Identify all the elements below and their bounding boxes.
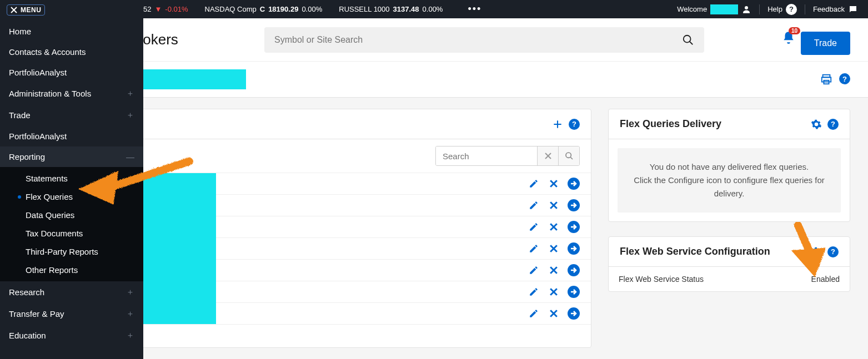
edit-button[interactable] (528, 307, 540, 320)
pencil-icon (529, 244, 539, 254)
search-icon[interactable] (682, 34, 694, 46)
nav-label: Home (9, 27, 31, 36)
trade-button[interactable]: Trade (801, 32, 850, 55)
ticker-value: 3137.48 (393, 5, 419, 13)
nav-sub-label: Data Queries (26, 210, 74, 220)
pencil-icon (529, 222, 539, 232)
query-list (83, 173, 591, 325)
ticker-value: 18190.29 (268, 5, 298, 13)
nav-trade[interactable]: Trade＋ (0, 104, 143, 126)
user-icon (741, 4, 751, 14)
nav-research[interactable]: Research＋ (0, 281, 143, 303)
fws-status-row: Flex Web Service Status Enabled (609, 267, 850, 291)
nav-label: PortfolioAnalyst (9, 68, 67, 77)
run-button[interactable] (568, 307, 580, 320)
run-button[interactable] (568, 178, 580, 190)
arrow-right-icon (570, 310, 577, 317)
delete-button[interactable] (548, 264, 560, 276)
nav-transfer-pay[interactable]: Transfer & Pay＋ (0, 303, 143, 325)
ticker-item-nasdaq[interactable]: NASDAQ Comp C 18190.29 0.00% (205, 5, 323, 13)
search-icon (565, 151, 574, 160)
nav-education[interactable]: Education＋ (0, 325, 143, 346)
help-icon[interactable]: ? (827, 119, 839, 130)
gear-icon[interactable] (811, 246, 822, 257)
gear-icon[interactable] (811, 119, 822, 130)
delivery-msg-2: Click the Configure icon to configure fl… (632, 174, 826, 200)
ticker-item-russell[interactable]: RUSSELL 1000 3137.48 0.00% (339, 5, 443, 13)
ticker-status: C (260, 5, 265, 13)
help-icon[interactable]: ? (827, 246, 839, 257)
delete-button[interactable] (548, 199, 560, 211)
delivery-msg-1: You do not have any delivered flex queri… (632, 160, 826, 174)
edit-button[interactable] (528, 264, 540, 276)
nav-sub-label: Tax Documents (26, 229, 83, 238)
reporting-submenu: Statements Flex Queries Data Queries Tax… (0, 167, 143, 281)
nav-sub-tax-documents[interactable]: Tax Documents (0, 224, 143, 242)
print-icon[interactable] (820, 73, 832, 85)
run-button[interactable] (568, 221, 580, 233)
delete-button[interactable] (548, 286, 560, 298)
close-icon (550, 223, 558, 231)
site-search[interactable] (264, 27, 704, 53)
run-button[interactable] (568, 286, 580, 298)
nav-administration-tools[interactable]: Administration & Tools＋ (0, 83, 143, 104)
down-arrow-icon: ▼ (154, 5, 162, 13)
nav-sub-third-party-reports[interactable]: Third-Party Reports (0, 242, 143, 261)
ticker-more-icon[interactable]: ••• (468, 3, 481, 15)
nav-home[interactable]: Home (0, 21, 143, 42)
svg-line-4 (690, 41, 693, 44)
svg-point-0 (745, 6, 748, 9)
delete-button[interactable] (548, 307, 560, 320)
run-button[interactable] (568, 199, 580, 211)
delete-button[interactable] (548, 178, 560, 190)
nav-portfolioanalyst-2[interactable]: PortfolioAnalyst (0, 126, 143, 146)
panel-title: Flex Web Service Configuration (620, 246, 770, 257)
nav-sub-statements[interactable]: Statements (0, 169, 143, 188)
nav-label: Trade (9, 110, 31, 120)
help-icon: ? (786, 4, 797, 15)
close-icon (545, 153, 551, 159)
menu-close-button[interactable]: MENU (7, 4, 45, 16)
panel-header: Flex Web Service Configuration ? (609, 237, 850, 267)
help-icon[interactable]: ? (839, 73, 850, 84)
nav-reporting[interactable]: Reporting— (0, 146, 143, 167)
delete-button[interactable] (548, 221, 560, 233)
help-link[interactable]: Help ? (767, 4, 797, 15)
feedback-label: Feedback (813, 5, 845, 13)
edit-button[interactable] (528, 286, 540, 298)
welcome-user[interactable]: Welcome (677, 4, 751, 14)
expand-icon: ＋ (126, 309, 134, 319)
search-submit-button[interactable] (558, 146, 579, 165)
plus-icon (552, 119, 563, 130)
menu-label: MENU (21, 6, 41, 14)
clear-search-button[interactable] (537, 146, 558, 165)
fws-status-value: Enabled (811, 275, 840, 284)
help-label: Help (767, 5, 782, 13)
nav-sub-flex-queries[interactable]: Flex Queries (0, 188, 143, 206)
run-button[interactable] (568, 264, 580, 276)
nav-contacts-accounts[interactable]: Contacts & Accounts (0, 42, 143, 62)
arrow-right-icon (570, 180, 577, 187)
nav-portfolioanalyst[interactable]: PortfolioAnalyst (0, 62, 143, 83)
delete-button[interactable] (548, 242, 560, 255)
search-input[interactable] (274, 35, 682, 45)
nav-sub-other-reports[interactable]: Other Reports (0, 261, 143, 279)
edit-button[interactable] (528, 242, 540, 255)
panel-toolbar (83, 139, 591, 173)
panel-header: ex Query ? (83, 109, 591, 139)
table-search-input[interactable] (436, 146, 537, 165)
edit-button[interactable] (528, 221, 540, 233)
run-button[interactable] (568, 242, 580, 255)
add-query-button[interactable] (552, 119, 563, 130)
edit-button[interactable] (528, 199, 540, 211)
notifications-button[interactable]: 10 (781, 31, 796, 45)
ticker-item-partial[interactable]: 52 ▼ -0.01% (143, 5, 188, 13)
edit-button[interactable] (528, 178, 540, 190)
nav-label: Administration & Tools (9, 89, 91, 98)
feedback-link[interactable]: Feedback (813, 4, 858, 14)
nav-label: Research (9, 287, 44, 297)
help-icon[interactable]: ? (569, 119, 580, 130)
pencil-icon (529, 179, 539, 189)
ticker-change: -0.01% (165, 5, 188, 13)
nav-sub-data-queries[interactable]: Data Queries (0, 206, 143, 224)
